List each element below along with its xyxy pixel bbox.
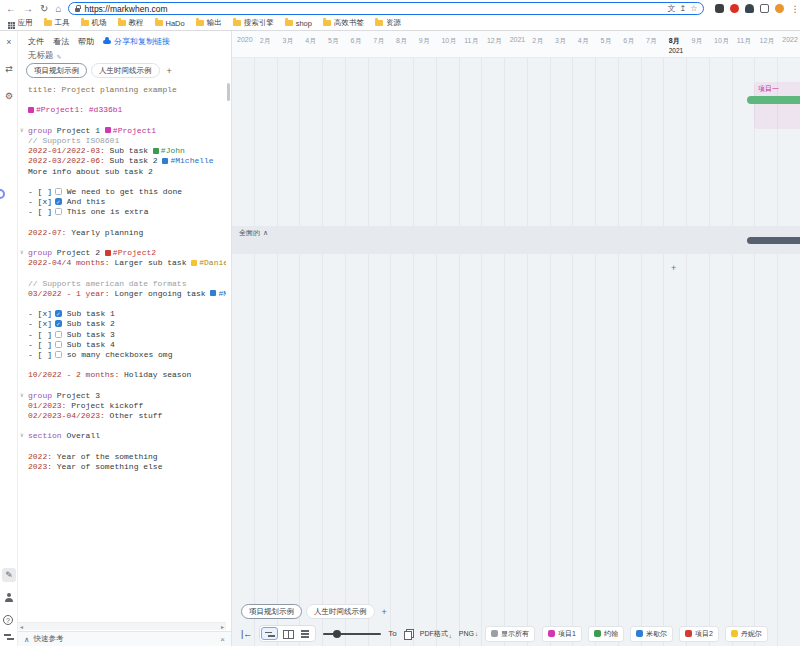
legend-tag-pill[interactable]: 项目1 xyxy=(542,626,582,642)
code-line[interactable] xyxy=(28,238,226,248)
rename-caret-icon[interactable]: ✎ xyxy=(57,53,62,60)
bookmark-star-icon[interactable]: ☆ xyxy=(690,4,697,13)
settings-gear-icon[interactable]: ⚙ xyxy=(0,91,18,101)
bookmark-item[interactable]: 应用 xyxy=(6,18,33,28)
checkbox[interactable] xyxy=(55,320,62,327)
reload-icon[interactable]: ↻ xyxy=(40,4,48,14)
jump-to-start-button[interactable]: |← xyxy=(241,629,252,639)
url-text[interactable]: https://markwhen.com xyxy=(84,4,663,14)
checkbox[interactable] xyxy=(55,341,62,348)
bookmark-item[interactable]: 输出 xyxy=(196,18,222,28)
code-line[interactable] xyxy=(28,421,226,431)
timeline-canvas[interactable]: 项目一 全面的 ∧ + 项目规划示例人生时间线示例+ |← xyxy=(232,58,800,646)
code-line[interactable] xyxy=(28,380,226,390)
menu-file[interactable]: 文件 xyxy=(28,36,44,47)
code-line[interactable]: // Supports american date formats xyxy=(28,279,226,289)
export-png-button[interactable]: PNG ↓ xyxy=(459,630,478,637)
legend-tag-pill[interactable]: 约翰 xyxy=(588,626,624,642)
code-line[interactable]: // Supports ISO8601 xyxy=(28,136,226,146)
export-pdf-button[interactable]: PDF格式 ↓ xyxy=(420,629,452,639)
code-line[interactable]: - [x] Sub task 1 xyxy=(28,309,226,319)
code-line[interactable]: - [x] And this xyxy=(28,197,226,207)
bookmark-item[interactable]: shop xyxy=(285,19,312,28)
bookmark-item[interactable]: 高效书签 xyxy=(323,18,364,28)
bookmark-item[interactable]: 机场 xyxy=(81,18,107,28)
swap-panels-icon[interactable]: ⇄ xyxy=(0,64,18,74)
section-label-row[interactable]: 全面的 ∧ xyxy=(232,226,800,238)
code-line[interactable]: - [ ] Sub task 4 xyxy=(28,340,226,350)
code-line[interactable]: ∨group Project 3 xyxy=(28,391,226,401)
bookmark-item[interactable]: 资源 xyxy=(375,18,401,28)
extension-icon-4[interactable] xyxy=(760,4,769,13)
share-link[interactable]: 分享和复制链接 xyxy=(103,36,170,47)
document-title[interactable]: 无标题 xyxy=(28,50,54,62)
quick-reference-close-icon[interactable]: × xyxy=(220,635,225,644)
code-line[interactable]: 10/2022 - 2 months: Holiday season xyxy=(28,370,226,380)
user-profile-icon[interactable] xyxy=(5,593,13,601)
edit-pencil-icon[interactable]: ✎ xyxy=(2,568,16,582)
code-line[interactable] xyxy=(28,116,226,126)
event-bar-subtask[interactable] xyxy=(747,96,800,104)
home-icon[interactable]: ⌂ xyxy=(55,4,61,14)
close-panel-icon[interactable]: × xyxy=(0,37,18,47)
copy-icon[interactable] xyxy=(404,629,413,639)
profile-avatar-icon[interactable] xyxy=(775,4,784,13)
legend-tag-pill[interactable]: 米歇尔 xyxy=(630,626,673,642)
code-line[interactable]: - [ ] so many checkboxes omg xyxy=(28,350,226,360)
checkbox[interactable] xyxy=(55,208,62,215)
bookmark-item[interactable]: 搜索引擎 xyxy=(233,18,274,28)
code-line[interactable] xyxy=(28,268,226,278)
back-icon[interactable]: ← xyxy=(6,4,16,14)
timeline-doc-tab[interactable]: 人生时间线示例 xyxy=(91,63,160,78)
browser-menu-icon[interactable]: ⋮ xyxy=(790,4,799,14)
checkbox[interactable] xyxy=(55,188,62,195)
code-line[interactable]: 2022-04/4 months: Larger sub task #Danie… xyxy=(28,258,226,268)
code-line[interactable]: ∨group Project 2 #Project2 xyxy=(28,248,226,258)
legend-tag-pill[interactable]: 丹妮尔 xyxy=(725,626,768,642)
checkbox[interactable] xyxy=(55,351,62,358)
url-bar[interactable]: https://markwhen.com 文 ↥ ☆ xyxy=(68,2,704,15)
add-tab-button[interactable]: + xyxy=(164,66,175,76)
timeline-doc-tab[interactable]: 人生时间线示例 xyxy=(306,604,375,619)
view-list-button[interactable] xyxy=(297,627,314,640)
code-line[interactable]: - [ ] This one is extra xyxy=(28,207,226,217)
code-line[interactable] xyxy=(28,95,226,105)
code-line[interactable]: - [ ] Sub task 3 xyxy=(28,330,226,340)
code-line[interactable]: More info about sub task 2 xyxy=(28,167,226,177)
view-columns-button[interactable] xyxy=(279,627,296,640)
zoom-slider-thumb[interactable] xyxy=(333,630,341,638)
view-timeline-button[interactable] xyxy=(261,627,278,640)
checkbox[interactable] xyxy=(55,331,62,338)
extension-icon-3[interactable] xyxy=(745,4,754,13)
checkbox[interactable] xyxy=(55,198,62,205)
code-line[interactable]: 01/2023: Project kickoff xyxy=(28,401,226,411)
code-line[interactable]: 02/2023-04/2023: Other stuff xyxy=(28,411,226,421)
section-collapse-icon[interactable]: ∧ xyxy=(263,229,268,237)
zoom-slider[interactable] xyxy=(323,629,381,639)
code-line[interactable]: #Project1: #d336b1 xyxy=(28,105,226,115)
code-line[interactable] xyxy=(28,177,226,187)
timeline-doc-tab[interactable]: 项目规划示例 xyxy=(241,604,302,619)
code-line[interactable]: 03/2022 - 1 year: Longer ongoing task #M… xyxy=(28,289,226,299)
code-line[interactable]: ∨group Project 1 #Project1 xyxy=(28,126,226,136)
editor-vertical-scrollbar[interactable] xyxy=(227,83,230,101)
zoom-slider-track[interactable] xyxy=(323,633,381,635)
editor-horizontal-scrollbar[interactable]: ◂ ▸ xyxy=(18,622,226,630)
code-line[interactable] xyxy=(28,360,226,370)
code-line[interactable]: 2022-07: Yearly planning xyxy=(28,228,226,238)
group-box-project1[interactable]: 项目一 xyxy=(754,82,800,129)
code-line[interactable] xyxy=(28,217,226,227)
code-line[interactable]: 2023: Year of something else xyxy=(28,462,226,472)
code-line[interactable]: - [ ] We need to get this done xyxy=(28,187,226,197)
fold-caret-icon[interactable]: ∨ xyxy=(20,391,24,401)
code-line[interactable] xyxy=(28,299,226,309)
fold-caret-icon[interactable]: ∨ xyxy=(20,431,24,441)
code-line[interactable]: title: Project planning example xyxy=(28,85,226,95)
share-page-icon[interactable]: ↥ xyxy=(680,4,687,13)
event-bar-year[interactable] xyxy=(747,237,800,244)
forward-icon[interactable]: → xyxy=(23,4,33,14)
help-icon[interactable]: ? xyxy=(3,615,13,625)
timeline-doc-tab[interactable]: 项目规划示例 xyxy=(26,63,87,78)
scroll-left-arrow-icon[interactable]: ◂ xyxy=(20,623,23,630)
legend-tag-pill[interactable]: 项目2 xyxy=(679,626,719,642)
